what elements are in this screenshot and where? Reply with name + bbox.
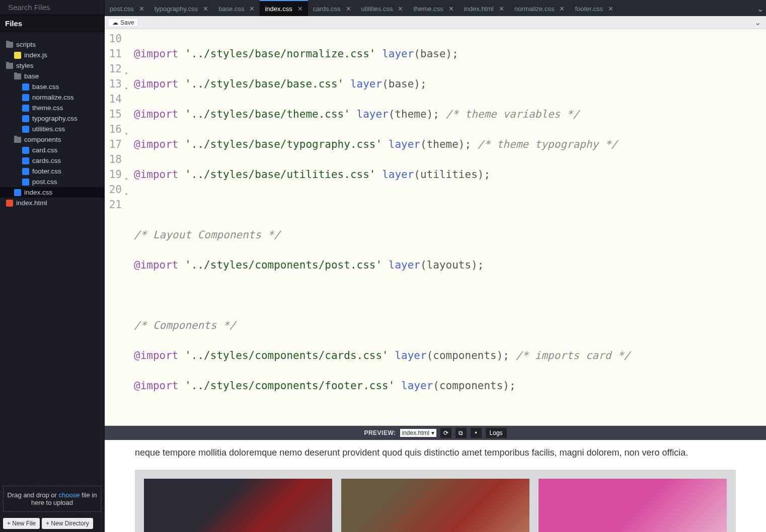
refresh-icon: ⟳ bbox=[443, 429, 448, 436]
css-icon bbox=[22, 147, 29, 154]
editor-toolbar: ☁Save ⌄ bbox=[105, 16, 766, 29]
tab-utilities-css[interactable]: utilities.css✕ bbox=[356, 1, 409, 16]
css-icon bbox=[14, 189, 21, 196]
search-bar bbox=[0, 0, 104, 15]
preview-toolbar: PREVIEW: index.html ▾ ⟳ ⧉ • Logs bbox=[105, 426, 766, 440]
close-icon[interactable]: ✕ bbox=[249, 5, 255, 13]
open-external-button[interactable]: ⧉ bbox=[455, 428, 467, 438]
tab-label: utilities.css bbox=[361, 5, 393, 13]
file-typography-css[interactable]: typography.css bbox=[0, 113, 104, 124]
search-input[interactable] bbox=[8, 3, 104, 12]
css-icon bbox=[22, 157, 29, 164]
code-content[interactable]: @import '../styles/base/normalize.css' l… bbox=[129, 29, 635, 425]
tab-index-html[interactable]: index.html✕ bbox=[459, 1, 509, 16]
tabs-overflow-button[interactable]: ⌄ bbox=[754, 1, 766, 16]
tab-footer-css[interactable]: footer.css✕ bbox=[570, 1, 619, 16]
card-image bbox=[539, 479, 727, 532]
close-icon[interactable]: ✕ bbox=[203, 5, 208, 13]
css-icon bbox=[22, 83, 29, 91]
code-editor[interactable]: 10 11 12 13 14 15 16 17 18 19 20 21 @imp… bbox=[105, 29, 766, 426]
line-gutter: 10 11 12 13 14 15 16 17 18 19 20 21 bbox=[105, 29, 129, 425]
file-label: footer.css bbox=[32, 167, 61, 175]
folder-icon bbox=[14, 73, 21, 79]
refresh-button[interactable]: ⟳ bbox=[440, 428, 451, 438]
file-label: utilities.css bbox=[32, 125, 65, 133]
new-file-button[interactable]: + New File bbox=[3, 518, 40, 529]
tab-label: typography.css bbox=[155, 5, 198, 13]
save-button[interactable]: ☁Save bbox=[108, 18, 138, 27]
close-icon[interactable]: ✕ bbox=[608, 5, 614, 13]
preview-pane[interactable]: neque tempore mollitia doloremque nemo d… bbox=[105, 440, 766, 532]
file-post-css[interactable]: post.css bbox=[0, 176, 104, 187]
folder-scripts[interactable]: scripts bbox=[0, 39, 104, 50]
css-icon bbox=[22, 168, 29, 175]
file-normalize-css[interactable]: normalize.css bbox=[0, 92, 104, 103]
folder-label: styles bbox=[16, 62, 34, 69]
new-directory-button[interactable]: + New Directory bbox=[42, 518, 93, 529]
close-icon[interactable]: ✕ bbox=[139, 5, 144, 13]
file-index-js[interactable]: index.js bbox=[0, 50, 104, 60]
file-cards-css[interactable]: cards.css bbox=[0, 155, 104, 166]
tab-label: index.css bbox=[265, 5, 292, 13]
preview-label: PREVIEW: bbox=[364, 429, 396, 436]
toolbar-overflow-button[interactable]: ⌄ bbox=[752, 18, 763, 27]
tab-label: post.css bbox=[110, 5, 134, 13]
file-base-css[interactable]: base.css bbox=[0, 81, 104, 92]
folder-icon bbox=[14, 137, 21, 143]
save-label: Save bbox=[120, 19, 134, 26]
tab-base-css[interactable]: base.css✕ bbox=[213, 1, 260, 16]
tab-label: cards.css bbox=[313, 5, 341, 13]
close-icon[interactable]: ✕ bbox=[398, 5, 403, 13]
css-icon bbox=[22, 105, 29, 112]
dropzone-text: Drag and drop or bbox=[8, 491, 59, 499]
folder-components[interactable]: components bbox=[0, 134, 104, 145]
folder-label: base bbox=[24, 72, 39, 80]
css-icon bbox=[22, 94, 29, 101]
folder-label: components bbox=[24, 136, 61, 143]
file-label: normalize.css bbox=[32, 94, 74, 101]
tab-cards-css[interactable]: cards.css✕ bbox=[308, 1, 356, 16]
logs-button[interactable]: Logs bbox=[486, 428, 507, 438]
file-utilities-css[interactable]: utilities.css bbox=[0, 124, 104, 134]
file-label: typography.css bbox=[32, 115, 78, 122]
tab-typography-css[interactable]: typography.css✕ bbox=[149, 1, 213, 16]
tab-normalize-css[interactable]: normalize.css✕ bbox=[509, 1, 570, 16]
tab-label: normalize.css bbox=[514, 5, 554, 13]
card-image bbox=[144, 479, 332, 532]
tab-label: index.html bbox=[464, 5, 494, 13]
tab-theme-css[interactable]: theme.css✕ bbox=[408, 1, 458, 16]
preview-dot-button[interactable]: • bbox=[471, 428, 482, 438]
files-panel-header: Files bbox=[0, 15, 104, 32]
drop-zone[interactable]: Drag and drop or choose file in here to … bbox=[3, 486, 101, 512]
product-card: Classic Red Sweater (H2) BUY ON PETSY.CO… bbox=[144, 479, 332, 532]
folder-label: scripts bbox=[16, 41, 36, 48]
folder-styles[interactable]: styles bbox=[0, 60, 104, 71]
file-theme-css[interactable]: theme.css bbox=[0, 103, 104, 113]
tab-label: theme.css bbox=[413, 5, 443, 13]
close-icon[interactable]: ✕ bbox=[448, 5, 454, 13]
dropzone-choose-link[interactable]: choose bbox=[59, 491, 80, 499]
file-card-css[interactable]: card.css bbox=[0, 145, 104, 155]
close-icon[interactable]: ✕ bbox=[346, 5, 351, 13]
tab-post-css[interactable]: post.css✕ bbox=[105, 1, 149, 16]
html-icon bbox=[6, 200, 13, 207]
folder-base[interactable]: base bbox=[0, 71, 104, 81]
css-icon bbox=[22, 179, 29, 186]
close-icon[interactable]: ✕ bbox=[297, 5, 303, 13]
file-index-css[interactable]: index.css bbox=[0, 187, 104, 198]
file-label: theme.css bbox=[32, 104, 63, 112]
close-icon[interactable]: ✕ bbox=[559, 5, 565, 13]
file-label: index.js bbox=[24, 51, 47, 59]
product-card: Pom Pom Pink Hoodie (H2) BUY ON AMPETZON… bbox=[539, 479, 727, 532]
tab-label: base.css bbox=[218, 5, 244, 13]
file-footer-css[interactable]: footer.css bbox=[0, 166, 104, 176]
tab-index-css[interactable]: index.css✕ bbox=[260, 0, 308, 16]
preview-file-select[interactable]: index.html ▾ bbox=[400, 429, 436, 437]
sidebar-button-row: + New File + New Directory bbox=[0, 515, 104, 532]
file-index-html[interactable]: index.html bbox=[0, 198, 104, 208]
cards-row: Classic Red Sweater (H2) BUY ON PETSY.CO… bbox=[135, 470, 736, 532]
file-tree: scripts index.js styles base base.css no… bbox=[0, 32, 104, 483]
close-icon[interactable]: ✕ bbox=[499, 5, 504, 13]
file-label: index.html bbox=[16, 199, 47, 207]
main-area: post.css✕ typography.css✕ base.css✕ inde… bbox=[105, 0, 766, 532]
